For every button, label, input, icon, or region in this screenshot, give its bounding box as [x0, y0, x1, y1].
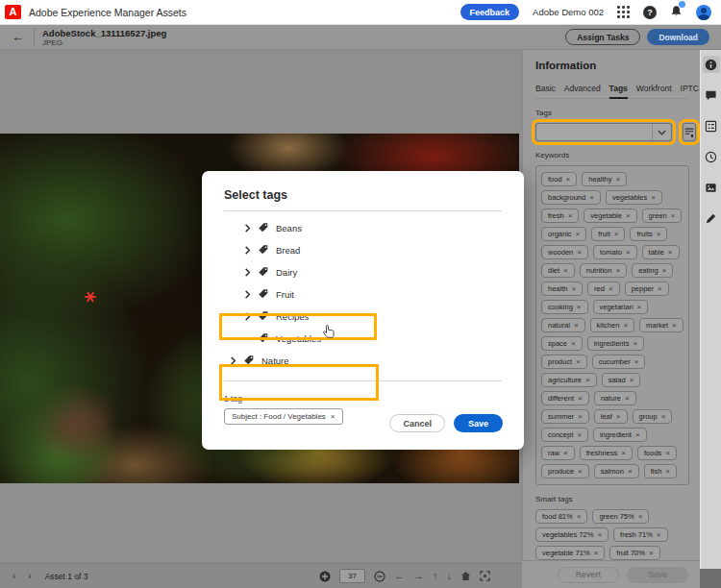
- remove-icon[interactable]: ×: [665, 468, 670, 476]
- back-arrow-icon[interactable]: ←: [12, 31, 24, 43]
- tasklist-icon[interactable]: [703, 117, 720, 135]
- tag-chip[interactable]: fruits ×: [630, 227, 667, 241]
- next-asset-icon[interactable]: ›: [28, 571, 31, 581]
- tag-chip[interactable]: foods ×: [637, 446, 677, 460]
- annotate-pencil-icon[interactable]: [703, 209, 720, 227]
- tag-chip[interactable]: ingredient ×: [593, 428, 647, 442]
- pan-right-icon[interactable]: →: [413, 571, 424, 581]
- pan-up-icon[interactable]: ↑: [433, 571, 438, 581]
- revert-button[interactable]: Revert: [558, 567, 619, 583]
- tag-chip[interactable]: space ×: [541, 336, 583, 351]
- tag-chip[interactable]: health ×: [541, 282, 583, 296]
- tag-chip[interactable]: green 75% ×: [592, 509, 649, 524]
- avatar[interactable]: [696, 5, 711, 20]
- remove-icon[interactable]: ×: [626, 249, 631, 257]
- tag-chip[interactable]: table ×: [642, 245, 680, 259]
- remove-icon[interactable]: ×: [577, 513, 582, 521]
- selected-tag-chip[interactable]: Subject : Food / Vegetables ×: [224, 408, 343, 425]
- remove-icon[interactable]: ×: [668, 249, 673, 257]
- remove-icon[interactable]: ×: [635, 431, 640, 439]
- tag-chip[interactable]: pepper ×: [625, 282, 669, 296]
- tag-chip[interactable]: raw ×: [541, 446, 575, 460]
- tag-chip[interactable]: different ×: [541, 391, 589, 405]
- remove-icon[interactable]: ×: [634, 358, 639, 366]
- feedback-button[interactable]: Feedback: [460, 4, 520, 20]
- tree-item-beans[interactable]: Beans: [224, 217, 502, 239]
- tag-chip[interactable]: vegetable ×: [584, 208, 636, 223]
- tag-chip[interactable]: market ×: [639, 318, 684, 332]
- chevron-right-icon[interactable]: [243, 269, 251, 277]
- tag-chip[interactable]: vegetarian ×: [593, 300, 649, 314]
- notifications-bell-icon[interactable]: [670, 4, 683, 21]
- pan-down-icon[interactable]: ↓: [447, 571, 453, 581]
- tag-chip[interactable]: fruit 70% ×: [609, 546, 659, 560]
- remove-icon[interactable]: ×: [637, 304, 642, 311]
- tag-chip[interactable]: diet ×: [541, 263, 575, 278]
- remove-icon[interactable]: ×: [626, 212, 631, 220]
- tag-chip[interactable]: wooden ×: [541, 245, 588, 259]
- tag-chip[interactable]: salad ×: [602, 373, 641, 387]
- tree-item-vegetables[interactable]: Vegetables: [224, 328, 502, 350]
- remove-icon[interactable]: ×: [609, 285, 613, 293]
- renditions-image-icon[interactable]: [703, 179, 720, 196]
- remove-icon[interactable]: ×: [594, 550, 599, 557]
- comments-icon[interactable]: [703, 86, 720, 104]
- tree-item-recipes[interactable]: Recipes: [224, 306, 502, 328]
- tags-combobox[interactable]: [535, 123, 672, 141]
- tag-chip[interactable]: tomato ×: [593, 245, 637, 259]
- remove-icon[interactable]: ×: [672, 322, 677, 330]
- remove-icon[interactable]: ×: [615, 176, 620, 184]
- remove-icon[interactable]: ×: [576, 358, 581, 366]
- remove-icon[interactable]: ×: [661, 413, 666, 421]
- remove-icon[interactable]: ×: [651, 194, 656, 202]
- remove-icon[interactable]: ×: [571, 285, 576, 293]
- remove-icon[interactable]: ×: [576, 231, 581, 238]
- remove-icon[interactable]: ×: [623, 322, 628, 330]
- chevron-right-icon[interactable]: [243, 225, 251, 233]
- chevron-right-icon[interactable]: [243, 313, 251, 321]
- tree-item-nature[interactable]: Nature: [224, 350, 502, 372]
- tag-chip[interactable]: fresh 71% ×: [613, 527, 667, 542]
- zoom-in-icon[interactable]: [319, 571, 331, 582]
- assign-tasks-button[interactable]: Assign Tasks: [565, 29, 640, 45]
- previous-asset-icon[interactable]: ‹: [12, 571, 15, 581]
- chevron-right-icon[interactable]: [243, 291, 251, 299]
- annotation-mark[interactable]: [85, 292, 96, 302]
- tag-chip[interactable]: green ×: [642, 208, 683, 223]
- remove-icon[interactable]: ×: [577, 304, 582, 311]
- remove-icon[interactable]: ×: [658, 285, 662, 293]
- chevron-down-icon[interactable]: [652, 124, 671, 140]
- remove-icon[interactable]: ×: [568, 212, 573, 220]
- help-icon[interactable]: ?: [643, 6, 657, 19]
- save-button[interactable]: Save: [454, 414, 503, 432]
- tag-chip[interactable]: product ×: [541, 355, 587, 369]
- cancel-button[interactable]: Cancel: [389, 414, 445, 432]
- tag-chip[interactable]: fish ×: [644, 464, 677, 478]
- tag-chip[interactable]: group ×: [633, 409, 673, 424]
- tree-item-fruit[interactable]: Fruit: [224, 283, 502, 306]
- browse-tags-icon[interactable]: [683, 123, 696, 141]
- org-switcher[interactable]: Adobe Demo 002: [533, 7, 604, 17]
- tags-input[interactable]: [536, 124, 652, 140]
- tag-chip[interactable]: nature ×: [594, 391, 636, 405]
- remove-icon[interactable]: ×: [597, 531, 602, 539]
- remove-icon[interactable]: ×: [589, 194, 594, 202]
- tag-chip[interactable]: leaf ×: [594, 409, 628, 424]
- remove-icon[interactable]: ×: [577, 249, 582, 257]
- tag-chip[interactable]: kitchen ×: [590, 318, 634, 332]
- remove-icon[interactable]: ×: [616, 413, 621, 421]
- remove-icon[interactable]: ×: [633, 340, 637, 348]
- fullscreen-icon[interactable]: [480, 571, 490, 581]
- app-switcher-grid-icon[interactable]: [617, 6, 630, 18]
- remove-icon[interactable]: ×: [331, 413, 336, 421]
- tag-chip[interactable]: concept ×: [541, 428, 588, 442]
- tag-chip[interactable]: fresh ×: [541, 208, 579, 223]
- reset-home-icon[interactable]: [460, 571, 471, 581]
- remove-icon[interactable]: ×: [563, 450, 568, 457]
- remove-icon[interactable]: ×: [563, 267, 568, 275]
- remove-icon[interactable]: ×: [625, 395, 630, 403]
- zoom-out-icon[interactable]: [374, 571, 385, 582]
- tree-item-dairy[interactable]: Dairy: [224, 261, 502, 283]
- tag-chip[interactable]: ingredients ×: [587, 336, 644, 351]
- remove-icon[interactable]: ×: [638, 513, 643, 521]
